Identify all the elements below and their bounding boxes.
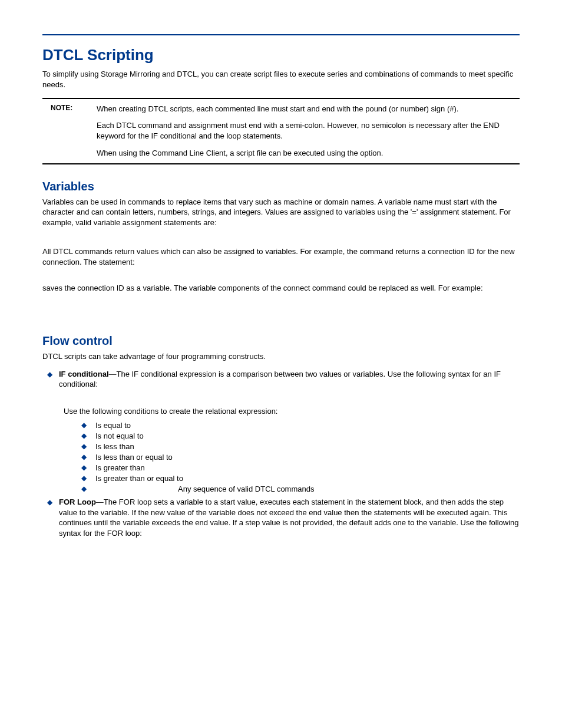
note-label: NOTE:: [42, 104, 97, 159]
for-bold: FOR Loop: [59, 498, 96, 506]
variables-heading: Variables: [42, 180, 520, 193]
diamond-bullet-icon: ◆: [81, 463, 95, 472]
list-item: ◆ Is not equal to: [81, 431, 520, 440]
variables-p1: Variables can be used in commands to rep…: [42, 197, 520, 228]
flow-lead: DTCL scripts can take advantage of four …: [42, 351, 520, 362]
conditions-lead: Use the following conditions to create t…: [64, 406, 520, 417]
if-bold: IF conditional: [59, 370, 109, 378]
flow-heading: Flow control: [42, 334, 520, 348]
note-content: When creating DTCL scripts, each comment…: [97, 104, 520, 159]
cond-text: Is greater than: [95, 463, 520, 472]
cond-text: Is less than or equal to: [95, 453, 520, 462]
page-content: DTCL Scripting To simplify using Storage…: [0, 0, 562, 728]
variables-p3: saves the connection ID as a variable. T…: [42, 283, 520, 294]
diamond-bullet-icon: ◆: [81, 431, 95, 440]
for-text: FOR Loop—The FOR loop sets a variable to…: [59, 497, 520, 538]
diamond-bullet-icon: ◆: [81, 453, 95, 461]
note-box: NOTE: When creating DTCL scripts, each c…: [42, 98, 520, 164]
list-item: ◆Is less than: [81, 442, 520, 451]
top-rule: [42, 34, 520, 35]
cond-text: Is greater than or equal to: [95, 474, 520, 483]
list-item: ◆ Is less than or equal to: [81, 453, 520, 462]
diamond-bullet-icon: ◆: [47, 369, 59, 379]
diamond-bullet-icon: ◆: [47, 497, 59, 507]
list-item: ◆ Is greater than or equal to: [81, 474, 520, 483]
list-item-for: ◆ FOR Loop—The FOR loop sets a variable …: [47, 497, 520, 538]
diamond-bullet-icon: ◆: [81, 485, 95, 493]
note-line: Each DTCL command and assignment must en…: [97, 120, 520, 141]
page-title: DTCL Scripting: [42, 46, 520, 64]
list-item-if: ◆ IF conditional—The IF conditional expr…: [47, 369, 520, 390]
cond-text: Is not equal to: [95, 431, 520, 440]
construct-list: ◆ IF conditional—The IF conditional expr…: [42, 369, 520, 539]
cond-text: Is less than: [95, 442, 520, 451]
list-item: ◆Any sequence of valid DTCL commands: [81, 485, 520, 493]
diamond-bullet-icon: ◆: [81, 421, 95, 429]
diamond-bullet-icon: ◆: [81, 442, 95, 450]
note-line: When using the Command Line Client, a sc…: [97, 148, 520, 159]
if-rest: —The IF conditional expression is a comp…: [59, 370, 501, 389]
for-rest: —The FOR loop sets a variable to a start…: [59, 498, 519, 538]
conditions-list: ◆Is equal to ◆ Is not equal to ◆Is less …: [81, 421, 520, 493]
diamond-bullet-icon: ◆: [81, 474, 95, 482]
cond-text: Any sequence of valid DTCL commands: [95, 485, 520, 493]
cond-text: Is equal to: [95, 421, 520, 430]
variables-p2: All DTCL commands return values which ca…: [42, 246, 520, 267]
list-item: ◆Is greater than: [81, 463, 520, 472]
note-line: When creating DTCL scripts, each comment…: [97, 104, 520, 114]
if-text: IF conditional—The IF conditional expres…: [59, 369, 520, 390]
intro-paragraph: To simplify using Storage Mirroring and …: [42, 69, 520, 90]
list-item: ◆Is equal to: [81, 421, 520, 430]
